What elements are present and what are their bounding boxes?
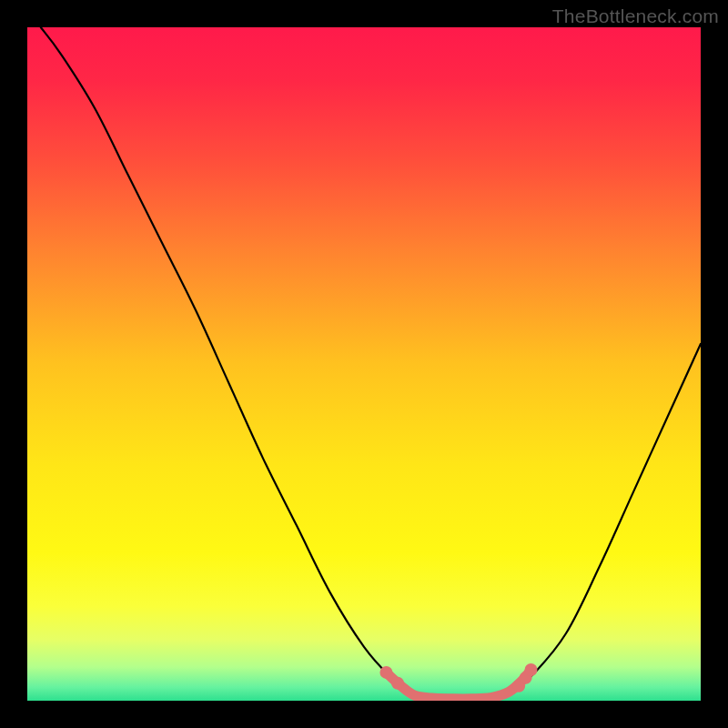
highlight-segment <box>388 672 529 699</box>
highlight-dot <box>391 677 404 690</box>
highlight-dot <box>379 666 392 679</box>
curve-layer <box>27 27 701 701</box>
plot-area <box>27 27 701 701</box>
highlight-dot <box>525 663 538 676</box>
bottleneck-curve <box>41 27 701 699</box>
watermark-text: TheBottleneck.com <box>552 5 719 27</box>
chart-frame: TheBottleneck.com <box>0 0 728 728</box>
